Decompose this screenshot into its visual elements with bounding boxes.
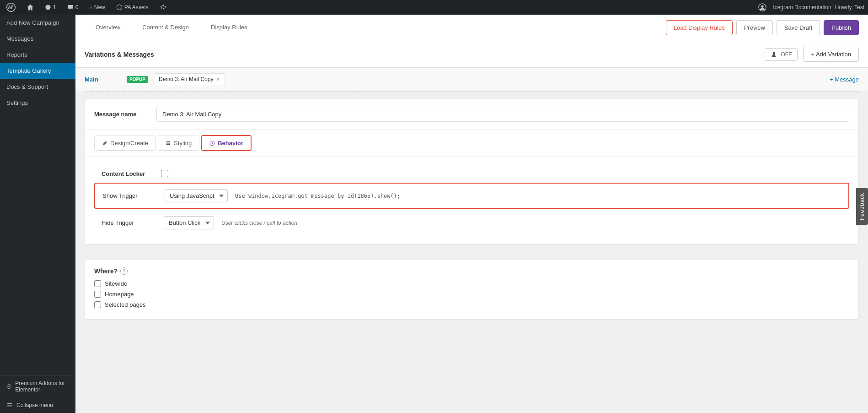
toggle-container[interactable]: OFF bbox=[765, 48, 798, 61]
variations-bar: Variations & Messages OFF + Add Variatio… bbox=[75, 41, 868, 68]
main-message-row: Main POPUP Demo 3: Air Mail Copy × + Mes… bbox=[75, 68, 868, 91]
svg-point-0 bbox=[117, 5, 122, 10]
comments-button[interactable]: 0 bbox=[64, 0, 81, 15]
message-name-input[interactable] bbox=[156, 107, 849, 122]
tab-display-rules[interactable]: Display Rules bbox=[200, 15, 258, 41]
toggle-label: OFF bbox=[781, 51, 792, 58]
where-title: Where? ? bbox=[94, 267, 849, 275]
homepage-option[interactable]: Homepage bbox=[94, 291, 849, 298]
show-trigger-row: Show Trigger Using JavaScriptPage LoadAf… bbox=[94, 183, 849, 209]
sitewide-option[interactable]: Sitewide bbox=[94, 280, 849, 287]
home-button[interactable] bbox=[24, 0, 37, 15]
pencil-icon bbox=[102, 141, 107, 146]
updates-button[interactable]: 1 bbox=[42, 0, 59, 15]
howdy-text: Howdy, Test bbox=[835, 4, 864, 11]
message-tag: Demo 3: Air Mail Copy × bbox=[154, 73, 225, 85]
tab-design-create[interactable]: Design/Create bbox=[94, 136, 156, 151]
save-draft-button[interactable]: Save Draft bbox=[777, 20, 820, 35]
message-name-label: Message name bbox=[94, 111, 149, 118]
sidebar-item-settings[interactable]: Settings bbox=[0, 95, 75, 111]
hide-trigger-label: Hide Trigger bbox=[102, 219, 156, 226]
tab-behavior[interactable]: Behavior bbox=[201, 135, 252, 151]
sidebar-item-reports[interactable]: Reports bbox=[0, 47, 75, 63]
message-tag-text: Demo 3: Air Mail Copy bbox=[159, 76, 213, 82]
content-inner: Variations & Messages OFF + Add Variatio… bbox=[75, 41, 868, 320]
admin-bar-right: Icegram Documentation Howdy, Test bbox=[755, 3, 864, 11]
admin-bar: 1 0 + New PA Assets Icegram Documentatio… bbox=[0, 0, 868, 15]
selected-pages-option[interactable]: Selected pages bbox=[94, 301, 849, 308]
separator-2 bbox=[85, 252, 859, 252]
sidebar-item-template-gallery[interactable]: Template Gallery bbox=[0, 63, 75, 79]
lab-icon bbox=[771, 51, 777, 58]
pa-assets-button[interactable]: PA Assets bbox=[113, 0, 151, 15]
content-locker-label: Content Locker bbox=[102, 170, 156, 177]
sidebar-item-add-new-campaign[interactable]: Add New Campaign bbox=[0, 15, 75, 31]
main-content: Variations & Messages OFF + Add Variatio… bbox=[75, 41, 868, 413]
where-section: Where? ? Sitewide Homepage Selected page… bbox=[85, 260, 859, 320]
inner-tabs: Design/Create Styling bbox=[85, 130, 858, 157]
sitewide-checkbox[interactable] bbox=[94, 280, 101, 287]
sidebar-bottom: Premium Addons for Elementor Collapse me… bbox=[0, 375, 75, 413]
header-actions: Load Display Rules Preview Save Draft Pu… bbox=[666, 20, 859, 35]
svg-point-2 bbox=[761, 5, 764, 8]
where-help-icon[interactable]: ? bbox=[120, 267, 128, 275]
nav-tabs: Overview Content & Design Display Rules bbox=[85, 15, 666, 41]
main-layout: Add New Campaign Messages Reports Templa… bbox=[0, 15, 868, 413]
comments-count: 0 bbox=[75, 4, 79, 11]
feedback-sidebar[interactable]: Feedback bbox=[856, 188, 868, 225]
show-trigger-hint: Use window.icegram.get_message_by_id(186… bbox=[235, 193, 400, 199]
tab-overview[interactable]: Overview bbox=[85, 15, 131, 41]
main-label: Main bbox=[85, 76, 121, 83]
hide-trigger-row: Hide Trigger Button ClickAfter DelayPage… bbox=[94, 211, 849, 235]
updates-count: 1 bbox=[53, 4, 56, 11]
collapse-menu-button[interactable]: Collapse menu bbox=[0, 397, 75, 413]
main-area: Overview Content & Design Display Rules … bbox=[75, 15, 868, 413]
sidebar-item-docs-support[interactable]: Docs & Support bbox=[0, 79, 75, 95]
homepage-checkbox[interactable] bbox=[94, 291, 101, 298]
preview-button[interactable]: Preview bbox=[736, 20, 773, 35]
variations-title: Variations & Messages bbox=[85, 51, 759, 58]
content-locker-row: Content Locker bbox=[94, 164, 849, 183]
sidebar-item-messages[interactable]: Messages bbox=[0, 31, 75, 47]
content-locker-checkbox[interactable] bbox=[161, 170, 168, 177]
new-button[interactable]: + New bbox=[86, 0, 107, 15]
feedback-button[interactable]: Feedback bbox=[856, 188, 868, 225]
show-trigger-select[interactable]: Using JavaScriptPage LoadAfter DelayOn E… bbox=[165, 189, 228, 202]
add-variation-button[interactable]: + Add Variation bbox=[803, 47, 859, 62]
tab-styling[interactable]: Styling bbox=[158, 136, 199, 151]
form-section: Message name Design/Create bbox=[85, 99, 859, 245]
hide-trigger-hint: User clicks close / call to action bbox=[221, 220, 297, 226]
message-tag-close[interactable]: × bbox=[216, 76, 220, 83]
popup-badge: POPUP bbox=[127, 76, 148, 83]
message-name-row: Message name bbox=[85, 99, 858, 130]
site-name: Icegram Documentation bbox=[773, 4, 831, 11]
sidebar: Add New Campaign Messages Reports Templa… bbox=[0, 15, 75, 413]
wp-logo[interactable] bbox=[4, 0, 18, 15]
separator-1 bbox=[85, 91, 859, 92]
add-message-link[interactable]: + Message bbox=[830, 76, 859, 83]
diamond-icon-button[interactable] bbox=[157, 0, 170, 15]
behavior-content: Content Locker Show Trigger Using JavaSc… bbox=[85, 157, 858, 244]
tab-content-design[interactable]: Content & Design bbox=[131, 15, 200, 41]
premium-addons-button[interactable]: Premium Addons for Elementor bbox=[0, 375, 75, 397]
show-trigger-label: Show Trigger bbox=[102, 192, 157, 199]
hide-trigger-select[interactable]: Button ClickAfter DelayPage Scroll bbox=[164, 216, 214, 229]
secondary-header: Overview Content & Design Display Rules … bbox=[75, 15, 868, 41]
publish-button[interactable]: Publish bbox=[824, 20, 859, 35]
selected-pages-checkbox[interactable] bbox=[94, 301, 101, 308]
load-display-rules-button[interactable]: Load Display Rules bbox=[666, 20, 733, 35]
avatar-button[interactable] bbox=[755, 3, 769, 11]
clock-icon bbox=[209, 141, 215, 146]
styling-icon bbox=[166, 141, 171, 146]
